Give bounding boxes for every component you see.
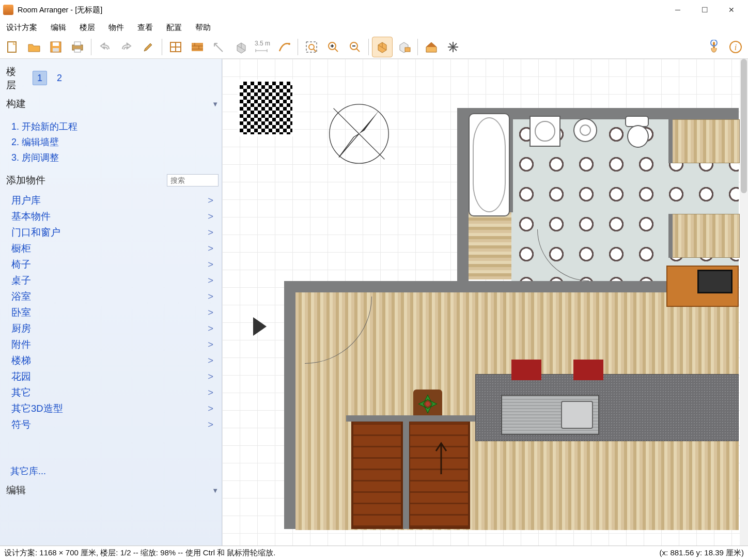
edit-section[interactable]: 编辑 ▼ xyxy=(6,484,219,497)
touch-icon[interactable] xyxy=(704,37,724,57)
wall xyxy=(457,281,469,292)
toolbar: 3.5 m i xyxy=(0,35,748,59)
cat-other[interactable]: 其它> xyxy=(11,384,213,400)
closet xyxy=(672,119,740,163)
cat-symbol[interactable]: 符号> xyxy=(11,416,213,432)
svg-rect-29 xyxy=(405,48,410,52)
zoom-fit-icon[interactable] xyxy=(301,37,322,57)
compass-icon xyxy=(325,100,393,167)
menu-config[interactable]: 配置 xyxy=(164,21,184,34)
chevron-down-icon: ▼ xyxy=(212,100,219,108)
view3d-icon[interactable] xyxy=(394,37,414,57)
wall-icon[interactable] xyxy=(187,37,208,57)
stool xyxy=(511,360,541,380)
qr-code xyxy=(238,80,294,136)
info-icon[interactable]: i xyxy=(725,37,746,57)
line-icon[interactable] xyxy=(274,37,294,57)
kitchen-sink xyxy=(501,395,599,435)
floors-label: 楼层 xyxy=(6,65,16,92)
addobj-label: 添加物件 xyxy=(6,174,45,187)
cat-bath[interactable]: 浴室> xyxy=(11,288,213,304)
cat-other3d[interactable]: 其它3D造型> xyxy=(11,400,213,416)
cat-user[interactable]: 用户库> xyxy=(11,192,213,208)
stairs xyxy=(408,421,470,529)
room-icon[interactable] xyxy=(165,37,186,57)
cat-stairs[interactable]: 楼梯> xyxy=(11,352,213,368)
cat-basic[interactable]: 基本物件> xyxy=(11,208,213,224)
floor-2[interactable]: 2 xyxy=(52,71,67,85)
other-library[interactable]: 其它库... xyxy=(6,462,219,480)
cat-doors[interactable]: 门口和窗户> xyxy=(11,224,213,240)
menu-view[interactable]: 查看 xyxy=(135,21,155,34)
scrollbar-vertical[interactable] xyxy=(740,59,748,546)
redo-icon[interactable] xyxy=(116,37,137,57)
build-item-new[interactable]: 1. 开始新的工程 xyxy=(11,119,213,134)
spark-icon[interactable] xyxy=(443,37,463,57)
cat-table[interactable]: 桌子> xyxy=(11,272,213,288)
svg-rect-10 xyxy=(192,43,203,51)
cat-cabinet[interactable]: 橱柜> xyxy=(11,240,213,256)
wall xyxy=(403,415,409,529)
zoom-out-icon[interactable] xyxy=(345,37,365,57)
monitor xyxy=(697,270,733,293)
brush-icon[interactable] xyxy=(138,37,159,57)
statusbar: 设计方案: 1168 × 700 厘米, 楼层: 1/2 -- 缩放: 98% … xyxy=(0,546,748,560)
floorplan xyxy=(222,59,748,546)
measure-icon[interactable]: 3.5 m xyxy=(252,37,273,57)
build-section[interactable]: 构建 ▼ xyxy=(6,97,219,111)
plant xyxy=(413,390,442,418)
menu-object[interactable]: 物件 xyxy=(106,21,126,34)
expand-handle-icon[interactable] xyxy=(253,317,267,336)
new-icon[interactable] xyxy=(2,37,23,57)
edit-label: 编辑 xyxy=(6,484,26,497)
build-item-walls[interactable]: 2. 编辑墙壁 xyxy=(11,134,213,150)
menu-floor[interactable]: 楼层 xyxy=(77,21,97,34)
floor-1[interactable]: 1 xyxy=(33,71,47,85)
svg-line-23 xyxy=(335,49,338,52)
build-label: 构建 xyxy=(6,97,26,111)
close-button[interactable]: ✕ xyxy=(718,2,745,18)
svg-point-18 xyxy=(288,43,290,45)
print-icon[interactable] xyxy=(67,37,88,57)
minimize-button[interactable]: ─ xyxy=(664,2,691,18)
box-view-icon[interactable] xyxy=(372,37,393,57)
maximize-button[interactable]: ☐ xyxy=(691,2,718,18)
undo-icon[interactable] xyxy=(95,37,115,57)
cat-garden[interactable]: 花园> xyxy=(11,368,213,384)
cat-bedroom[interactable]: 卧室> xyxy=(11,304,213,320)
wall-angle-icon[interactable] xyxy=(209,37,229,57)
scrollbar-thumb[interactable] xyxy=(741,59,747,193)
svg-line-38 xyxy=(334,108,385,160)
box3d-icon[interactable] xyxy=(230,37,251,57)
menu-edit[interactable]: 编辑 xyxy=(49,21,68,34)
house-icon[interactable] xyxy=(421,37,442,57)
cat-acc[interactable]: 附件> xyxy=(11,336,213,352)
svg-rect-2 xyxy=(53,42,59,46)
svg-rect-6 xyxy=(74,49,81,52)
menu-help[interactable]: 帮助 xyxy=(193,21,213,34)
cat-kitchen[interactable]: 厨房> xyxy=(11,320,213,336)
menu-design[interactable]: 设计方案 xyxy=(4,21,39,34)
search-box[interactable] xyxy=(167,174,219,186)
open-icon[interactable] xyxy=(24,37,44,57)
zoom-in-icon[interactable] xyxy=(323,37,344,57)
stairs xyxy=(351,421,403,529)
wall xyxy=(668,214,673,258)
wall xyxy=(346,415,475,422)
save-icon[interactable] xyxy=(45,37,66,57)
build-item-rooms[interactable]: 3. 房间调整 xyxy=(11,150,213,165)
canvas[interactable] xyxy=(222,59,748,546)
build-list: 1. 开始新的工程 2. 编辑墙壁 3. 房间调整 xyxy=(6,115,219,169)
stool xyxy=(573,360,603,380)
svg-point-39 xyxy=(426,402,430,407)
svg-rect-3 xyxy=(53,48,59,52)
search-input[interactable] xyxy=(167,174,219,186)
svg-line-21 xyxy=(314,49,316,52)
bathtub xyxy=(469,113,510,216)
app-icon xyxy=(3,5,13,15)
edit-panel xyxy=(6,501,219,542)
cat-chair[interactable]: 椅子> xyxy=(11,256,213,272)
sidebar: 楼层 1 2 构建 ▼ 1. 开始新的工程 2. 编辑墙壁 3. 房间调整 添加… xyxy=(0,59,222,546)
svg-point-20 xyxy=(309,44,314,50)
category-list: 用户库> 基本物件> 门口和窗户> 橱柜> 椅子> 桌子> 浴室> 卧室> 厨房… xyxy=(6,189,219,435)
